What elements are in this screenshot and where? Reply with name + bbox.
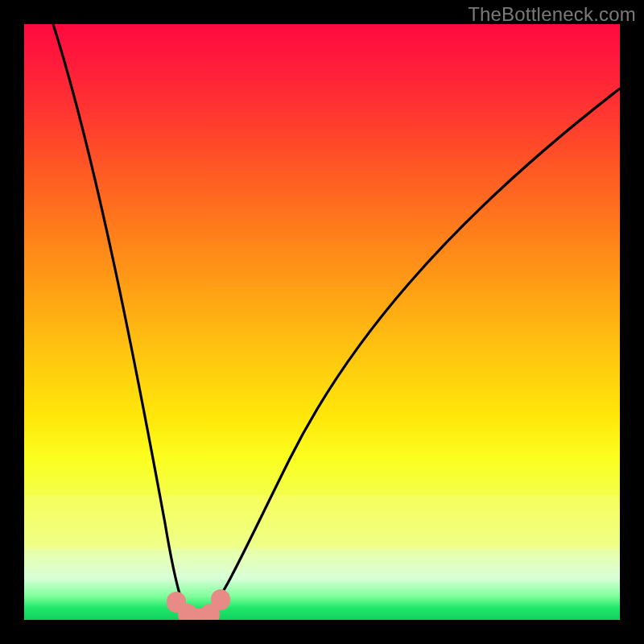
chart-frame: TheBottleneck.com: [0, 0, 644, 644]
curve-path: [53, 24, 620, 617]
plot-area: [24, 24, 620, 620]
bottleneck-curve: [24, 24, 620, 620]
curve-marker: [211, 589, 230, 610]
watermark-text: TheBottleneck.com: [468, 3, 636, 26]
